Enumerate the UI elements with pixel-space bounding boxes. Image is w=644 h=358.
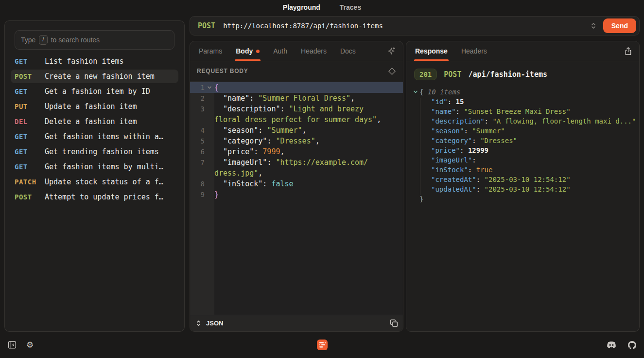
- tab-docs[interactable]: Docs: [333, 41, 363, 61]
- response-json-tree: { 10 items"id": 15"name": "Sunset Breeze…: [406, 85, 639, 331]
- collapse-sidebar-icon[interactable]: [8, 340, 17, 349]
- copy-icon[interactable]: [390, 319, 398, 327]
- token-pun: :: [472, 136, 480, 145]
- tab-auth[interactable]: Auth: [266, 41, 294, 61]
- fold-spacer: [205, 168, 214, 179]
- token-rkey: "id": [431, 97, 448, 107]
- route-item[interactable]: PUTUpdate a fashion item: [11, 100, 178, 113]
- app-logo[interactable]: [317, 340, 328, 350]
- token-rkey: "updatedAt": [431, 184, 476, 194]
- tab-headers[interactable]: Headers: [294, 41, 333, 61]
- editor-line[interactable]: 3 "description": "Light and breezy: [190, 104, 403, 114]
- search-input[interactable]: Type / to search routes: [15, 30, 174, 50]
- token-pun: ,: [302, 126, 307, 135]
- fold-spacer: [205, 93, 214, 104]
- route-item[interactable]: GETGet a fashion item by ID: [11, 85, 178, 98]
- route-method-badge: GET: [15, 57, 45, 65]
- route-method-badge: GET: [15, 163, 45, 171]
- tab-response-headers[interactable]: Headers: [454, 41, 494, 61]
- share-export-icon[interactable]: [619, 41, 637, 61]
- fold-spacer: [205, 146, 214, 157]
- unsaved-dot-icon: [256, 50, 260, 53]
- body-editor[interactable]: 1{2 "name": "Summer Floral Dress",3 "des…: [190, 81, 403, 315]
- nav-traces[interactable]: Traces: [340, 3, 361, 11]
- code-text: }: [214, 189, 403, 200]
- code-text: {: [214, 82, 403, 93]
- token-meta: 10 items: [428, 87, 460, 97]
- token-pun: :: [254, 147, 262, 156]
- route-item[interactable]: POSTAttempt to update prices f…: [11, 190, 178, 204]
- body-format-label[interactable]: JSON: [206, 320, 223, 327]
- code-text: "season": "Summer",: [214, 125, 403, 136]
- response-tabs: Response Headers: [406, 41, 639, 61]
- method-selector-icon[interactable]: [589, 20, 598, 32]
- editor-lines: 1{2 "name": "Summer Floral Dress",3 "des…: [190, 81, 403, 200]
- editor-line[interactable]: floral dress perfect for summer days",: [190, 114, 403, 125]
- fold-spacer: [205, 125, 214, 136]
- token-num: 7999: [262, 147, 280, 156]
- editor-line[interactable]: dress.jpg",: [190, 168, 403, 179]
- editor-line[interactable]: 1{: [190, 82, 403, 93]
- response-line: "imageUrl":: [413, 155, 634, 165]
- discord-icon[interactable]: [607, 341, 616, 349]
- token-str: "Dresses": [276, 137, 315, 145]
- route-item[interactable]: GETGet fashion items by multi…: [11, 160, 178, 174]
- fold-spacer: [205, 157, 214, 168]
- slash-kbd-hint: /: [39, 35, 47, 45]
- ai-sparkle-icon[interactable]: [382, 41, 401, 61]
- response-panel: Response Headers 201 POST /api/fashion-i…: [406, 41, 640, 332]
- app: { "colors": { "accent": "#ee5c2f", "get"…: [0, 0, 644, 358]
- route-item[interactable]: GETGet fashion items within a…: [11, 130, 178, 143]
- token-pun: :: [468, 165, 476, 175]
- token-rnum: 15: [456, 97, 464, 107]
- token-rstr: "A flowing, floor-length maxi d...": [492, 116, 636, 126]
- fold-spacer: [205, 104, 214, 114]
- token-brace: }: [214, 190, 219, 199]
- settings-gear-icon[interactable]: ⚙: [26, 341, 34, 349]
- token-pun: :: [476, 175, 485, 184]
- editor-line[interactable]: 4 "season": "Summer",: [190, 125, 403, 136]
- request-tabs: Params Body Auth Headers Docs: [190, 41, 403, 61]
- diamond-icon[interactable]: [388, 67, 396, 75]
- route-item[interactable]: POSTCreate a new fashion item: [11, 70, 178, 83]
- token-rkey: "imageUrl": [431, 155, 472, 165]
- fold-spacer: [205, 114, 214, 125]
- editor-line[interactable]: 6 "price": 7999,: [190, 146, 403, 157]
- routes-list: GETList fashion itemsPOSTCreate a new fa…: [5, 54, 184, 204]
- tab-response[interactable]: Response: [408, 41, 454, 61]
- collapse-chevron-icon[interactable]: [413, 87, 419, 97]
- format-selector-icon[interactable]: [195, 319, 202, 328]
- line-number: 4: [190, 125, 205, 136]
- nav-playground[interactable]: Playground: [283, 3, 320, 11]
- token-rstr: "Dresses": [480, 136, 517, 145]
- route-item[interactable]: DELDelete a fashion item: [11, 115, 178, 128]
- editor-line[interactable]: 5 "category": "Dresses",: [190, 136, 403, 146]
- route-method-badge: PUT: [15, 103, 45, 110]
- response-path-label: /api/fashion-items: [468, 70, 547, 79]
- indent-guide: [420, 98, 420, 195]
- editor-line[interactable]: 7 "imageUrl": "https://example.com/: [190, 157, 403, 168]
- route-item[interactable]: GETList fashion items: [11, 54, 178, 68]
- editor-line[interactable]: 9}: [190, 189, 403, 200]
- send-button[interactable]: Send: [603, 18, 636, 33]
- route-label: Get fashion items by multi…: [45, 162, 163, 171]
- tab-body[interactable]: Body: [229, 41, 266, 61]
- token-pun: :: [280, 105, 289, 113]
- tab-params[interactable]: Params: [192, 41, 229, 61]
- editor-line[interactable]: 8 "inStock": false: [190, 179, 403, 189]
- url-input[interactable]: http://localhost:8787/api/fashion-items: [223, 22, 589, 30]
- token-key: "name": [214, 94, 249, 103]
- code-text: floral dress perfect for summer days",: [214, 114, 403, 125]
- route-item[interactable]: GETGet trending fashion items: [11, 145, 178, 159]
- token-rstr: "2025-03-10 12:54:12": [485, 184, 571, 194]
- route-label: Get fashion items within a…: [45, 132, 163, 141]
- token-rstr: "Summer": [472, 126, 505, 136]
- line-number: 8: [190, 179, 205, 189]
- response-line: }: [413, 194, 634, 204]
- editor-line[interactable]: 2 "name": "Summer Floral Dress",: [190, 93, 403, 104]
- token-rbrace: }: [419, 194, 423, 204]
- token-rbrace: {: [419, 87, 428, 97]
- route-item[interactable]: PATCHUpdate stock status of a f…: [11, 175, 178, 189]
- github-icon[interactable]: [628, 341, 636, 349]
- fold-chevron-icon[interactable]: [205, 82, 214, 93]
